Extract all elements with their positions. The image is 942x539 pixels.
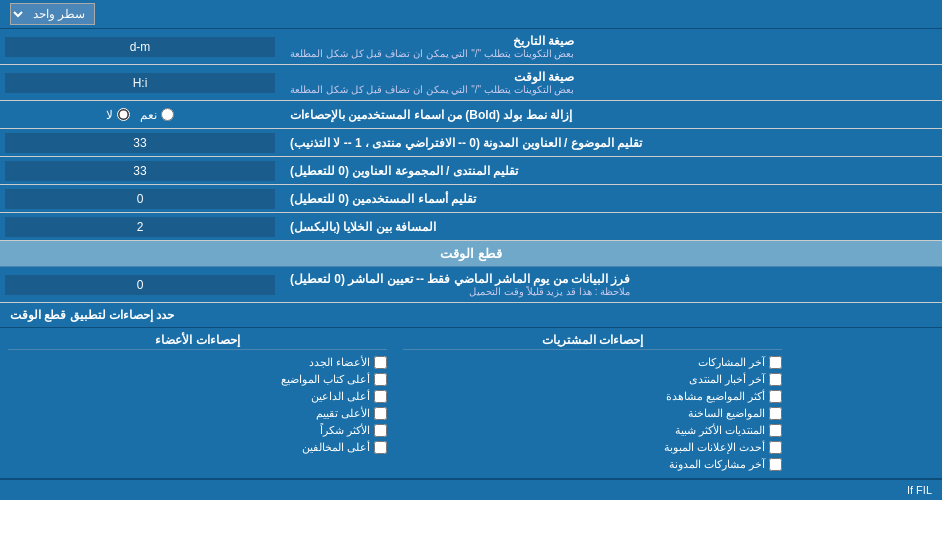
check-item: الأعلى تقييم — [8, 405, 387, 422]
check-item: أكثر المواضيع مشاهدة — [403, 388, 782, 405]
bold-remove-label-main: إزالة نمط بولد (Bold) من اسماء المستخدمي… — [290, 108, 572, 122]
bold-remove-label: إزالة نمط بولد (Bold) من اسماء المستخدمي… — [280, 101, 942, 128]
check-hot-topics[interactable] — [769, 407, 782, 420]
stats-empty-left — [184, 303, 942, 327]
check-item: أحدث الإعلانات المبوبة — [403, 439, 782, 456]
stats-header-label: حدد إحصاءات لتطبيق قطع الوقت — [0, 303, 184, 327]
check-most-viewed-label: أكثر المواضيع مشاهدة — [666, 390, 765, 403]
date-format-label-sub: بعض التكوينات يتطلب "/" التي يمكن ان تضا… — [290, 48, 574, 59]
check-item: آخر أخبار المنتدى — [403, 371, 782, 388]
time-cutoff-label: فرز البيانات من يوم الماشر الماضي فقط --… — [280, 267, 942, 302]
header-row: سطر واحدسطرينثلاثة أسطر — [0, 0, 942, 29]
check-similar-forums-label: المنتديات الأكثر شبية — [675, 424, 765, 437]
time-format-input[interactable] — [5, 73, 275, 93]
check-top-topic-writers-label: أعلى كتاب المواضيع — [281, 373, 370, 386]
time-cutoff-input[interactable] — [5, 275, 275, 295]
time-format-row: صيغة الوقت بعض التكوينات يتطلب "/" التي … — [0, 65, 942, 101]
check-similar-forums[interactable] — [769, 424, 782, 437]
check-hot-topics-label: المواضيع الساخنة — [688, 407, 765, 420]
check-top-rated-label: الأعلى تقييم — [316, 407, 370, 420]
radio-yes-text: نعم — [140, 108, 157, 122]
cell-spacing-row: المسافة بين الخلايا (بالبكسل) — [0, 213, 942, 241]
date-format-control — [0, 29, 280, 64]
title-trim-row: تقليم الموضوع / العناوين المدونة (0 -- ا… — [0, 129, 942, 157]
check-top-violators[interactable] — [374, 441, 387, 454]
check-item: الأكثر شكراً — [8, 422, 387, 439]
footer-note: If FIL — [0, 480, 942, 500]
check-blog-posts-label: آخر مشاركات المدونة — [669, 458, 765, 471]
time-format-control — [0, 65, 280, 100]
display-mode-select[interactable]: سطر واحدسطرينثلاثة أسطر — [10, 3, 95, 25]
check-item: الأعضاء الجدد — [8, 354, 387, 371]
forum-trim-label: تقليم المنتدى / المجموعة العناوين (0 للت… — [280, 157, 942, 184]
time-format-label-main: صيغة الوقت — [290, 70, 574, 84]
title-trim-input[interactable] — [5, 133, 275, 153]
forum-trim-control — [0, 157, 280, 184]
cell-spacing-input[interactable] — [5, 217, 275, 237]
stats-section: حدد إحصاءات لتطبيق قطع الوقت إحصاءات الم… — [0, 303, 942, 500]
username-trim-label-main: تقليم أسماء المستخدمين (0 للتعطيل) — [290, 192, 476, 206]
check-most-thanked[interactable] — [374, 424, 387, 437]
time-cutoff-section-title: قطع الوقت — [0, 241, 942, 267]
title-trim-control — [0, 129, 280, 156]
check-top-inviters-label: أعلى الداعين — [311, 390, 370, 403]
radio-yes[interactable] — [161, 108, 174, 121]
username-trim-row: تقليم أسماء المستخدمين (0 للتعطيل) — [0, 185, 942, 213]
forum-trim-label-main: تقليم المنتدى / المجموعة العناوين (0 للت… — [290, 164, 518, 178]
radio-no[interactable] — [117, 108, 130, 121]
check-item: آخر المشاركات — [403, 354, 782, 371]
check-top-inviters[interactable] — [374, 390, 387, 403]
stats-col2: إحصاءات الأعضاء الأعضاء الجدد أعلى كتاب … — [0, 333, 395, 473]
date-format-input[interactable] — [5, 37, 275, 57]
check-item: أعلى كتاب المواضيع — [8, 371, 387, 388]
cell-spacing-control — [0, 213, 280, 240]
check-item: أعلى الداعين — [8, 388, 387, 405]
bold-remove-row: إزالة نمط بولد (Bold) من اسماء المستخدمي… — [0, 101, 942, 129]
radio-no-text: لا — [106, 108, 113, 122]
check-new-members[interactable] — [374, 356, 387, 369]
check-blog-posts[interactable] — [769, 458, 782, 471]
stats-spacer — [790, 333, 942, 473]
check-last-news[interactable] — [769, 373, 782, 386]
check-last-posts[interactable] — [769, 356, 782, 369]
check-item: آخر مشاركات المدونة — [403, 456, 782, 473]
username-trim-label: تقليم أسماء المستخدمين (0 للتعطيل) — [280, 185, 942, 212]
stats-col2-header: إحصاءات الأعضاء — [8, 333, 387, 350]
check-last-news-label: آخر أخبار المنتدى — [689, 373, 765, 386]
date-format-row: صيغة التاريخ بعض التكوينات يتطلب "/" الت… — [0, 29, 942, 65]
check-item: المنتديات الأكثر شبية — [403, 422, 782, 439]
cell-spacing-label-main: المسافة بين الخلايا (بالبكسل) — [290, 220, 436, 234]
date-format-label: صيغة التاريخ بعض التكوينات يتطلب "/" الت… — [280, 29, 942, 64]
check-most-viewed[interactable] — [769, 390, 782, 403]
radio-yes-label[interactable]: نعم — [140, 108, 174, 122]
check-new-members-label: الأعضاء الجدد — [309, 356, 370, 369]
check-top-violators-label: أعلى المخالفين — [302, 441, 370, 454]
check-top-rated[interactable] — [374, 407, 387, 420]
check-item: المواضيع الساخنة — [403, 405, 782, 422]
check-most-thanked-label: الأكثر شكراً — [320, 424, 370, 437]
bold-radio-group: نعم لا — [106, 108, 174, 122]
time-format-label: صيغة الوقت بعض التكوينات يتطلب "/" التي … — [280, 65, 942, 100]
check-top-topic-writers[interactable] — [374, 373, 387, 386]
check-item: أعلى المخالفين — [8, 439, 387, 456]
stats-checkboxes-grid: إحصاءات المشتريات آخر المشاركات آخر أخبا… — [0, 328, 942, 480]
main-container: سطر واحدسطرينثلاثة أسطر صيغة التاريخ بعض… — [0, 0, 942, 500]
username-trim-input[interactable] — [5, 189, 275, 209]
stats-col1-header: إحصاءات المشتريات — [403, 333, 782, 350]
check-last-posts-label: آخر المشاركات — [698, 356, 765, 369]
stats-col1: إحصاءات المشتريات آخر المشاركات آخر أخبا… — [395, 333, 790, 473]
time-cutoff-label-main: فرز البيانات من يوم الماشر الماضي فقط --… — [290, 272, 630, 286]
check-classifieds-label: أحدث الإعلانات المبوبة — [664, 441, 765, 454]
forum-trim-row: تقليم المنتدى / المجموعة العناوين (0 للت… — [0, 157, 942, 185]
date-format-label-main: صيغة التاريخ — [290, 34, 574, 48]
cell-spacing-label: المسافة بين الخلايا (بالبكسل) — [280, 213, 942, 240]
forum-trim-input[interactable] — [5, 161, 275, 181]
check-classifieds[interactable] — [769, 441, 782, 454]
radio-no-label[interactable]: لا — [106, 108, 130, 122]
time-cutoff-control — [0, 267, 280, 302]
time-format-label-sub: بعض التكوينات يتطلب "/" التي يمكن ان تضا… — [290, 84, 574, 95]
footer-note-text: If FIL — [907, 484, 932, 496]
username-trim-control — [0, 185, 280, 212]
stats-header-row: حدد إحصاءات لتطبيق قطع الوقت — [0, 303, 942, 328]
title-trim-label: تقليم الموضوع / العناوين المدونة (0 -- ا… — [280, 129, 942, 156]
